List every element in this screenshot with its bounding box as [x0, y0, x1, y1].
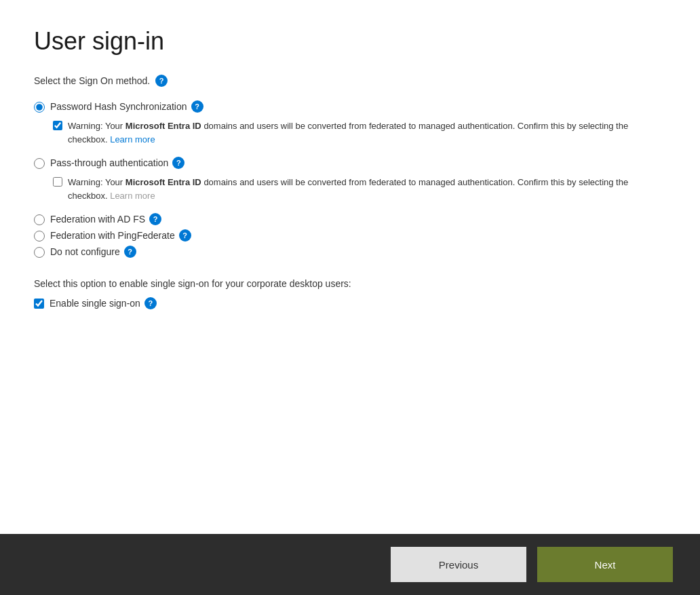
- phs-brand: Microsoft Entra ID: [125, 121, 201, 131]
- phs-learn-more-link[interactable]: Learn more: [110, 134, 155, 145]
- password-hash-help-icon[interactable]: ?: [191, 100, 203, 113]
- federation-adfs-help-icon[interactable]: ?: [149, 213, 161, 225]
- pass-through-warning-text[interactable]: Warning: Your Microsoft Entra ID domains…: [68, 176, 666, 202]
- sso-checkbox-option[interactable]: Enable single sign-on ?: [34, 297, 666, 309]
- pass-through-warning-checkbox[interactable]: [53, 177, 62, 187]
- footer: Previous Next: [0, 534, 700, 595]
- federation-ping-label[interactable]: Federation with PingFederate ?: [50, 229, 191, 242]
- federation-adfs-radio[interactable]: [34, 214, 45, 225]
- pass-through-label-text: Pass-through authentication: [50, 157, 168, 168]
- federation-ping-help-icon[interactable]: ?: [179, 229, 191, 242]
- pass-through-warning: Warning: Your Microsoft Entra ID domains…: [53, 176, 666, 202]
- password-hash-label[interactable]: Password Hash Synchronization ?: [50, 100, 203, 113]
- enable-sso-checkbox[interactable]: [34, 299, 44, 309]
- pta-learn-more-link: Learn more: [110, 191, 155, 201]
- password-hash-warning: Warning: Your Microsoft Entra ID domains…: [53, 119, 666, 146]
- enable-sso-label[interactable]: Enable single sign-on ?: [50, 297, 157, 309]
- enable-sso-label-text: Enable single sign-on: [50, 298, 140, 309]
- sign-on-method-help-icon[interactable]: ?: [155, 75, 168, 87]
- page-title: User sign-in: [34, 27, 666, 56]
- do-not-configure-label[interactable]: Do not configure ?: [50, 246, 136, 258]
- password-hash-warning-checkbox[interactable]: [53, 121, 62, 130]
- federation-ping-option[interactable]: Federation with PingFederate ?: [34, 229, 666, 242]
- sso-section: Select this option to enable single sign…: [34, 278, 666, 309]
- previous-button[interactable]: Previous: [391, 547, 526, 582]
- password-hash-label-text: Password Hash Synchronization: [50, 101, 187, 112]
- pta-brand: Microsoft Entra ID: [125, 177, 201, 187]
- do-not-configure-radio[interactable]: [34, 247, 45, 258]
- do-not-configure-help-icon[interactable]: ?: [124, 246, 136, 258]
- pass-through-option[interactable]: Pass-through authentication ?: [34, 157, 666, 169]
- main-content: User sign-in Select the Sign On method. …: [0, 0, 700, 534]
- sso-help-icon[interactable]: ?: [144, 297, 157, 309]
- section-label-text: Select the Sign On method.: [34, 75, 150, 86]
- password-hash-radio[interactable]: [34, 102, 45, 113]
- password-hash-warning-text[interactable]: Warning: Your Microsoft Entra ID domains…: [68, 119, 666, 146]
- federation-adfs-label-text: Federation with AD FS: [50, 214, 145, 225]
- federation-adfs-option[interactable]: Federation with AD FS ?: [34, 213, 666, 225]
- do-not-configure-label-text: Do not configure: [50, 246, 120, 257]
- pass-through-help-icon[interactable]: ?: [172, 157, 184, 169]
- section-label: Select the Sign On method. ?: [34, 75, 666, 87]
- password-hash-option[interactable]: Password Hash Synchronization ?: [34, 100, 666, 113]
- federation-ping-radio[interactable]: [34, 231, 45, 242]
- sso-section-label: Select this option to enable single sign…: [34, 278, 666, 289]
- options-list: Password Hash Synchronization ? Warning:…: [34, 100, 666, 262]
- do-not-configure-option[interactable]: Do not configure ?: [34, 246, 666, 258]
- federation-ping-label-text: Federation with PingFederate: [50, 230, 175, 241]
- next-button[interactable]: Next: [537, 547, 673, 582]
- pass-through-label[interactable]: Pass-through authentication ?: [50, 157, 184, 169]
- pass-through-radio[interactable]: [34, 158, 45, 169]
- federation-adfs-label[interactable]: Federation with AD FS ?: [50, 213, 161, 225]
